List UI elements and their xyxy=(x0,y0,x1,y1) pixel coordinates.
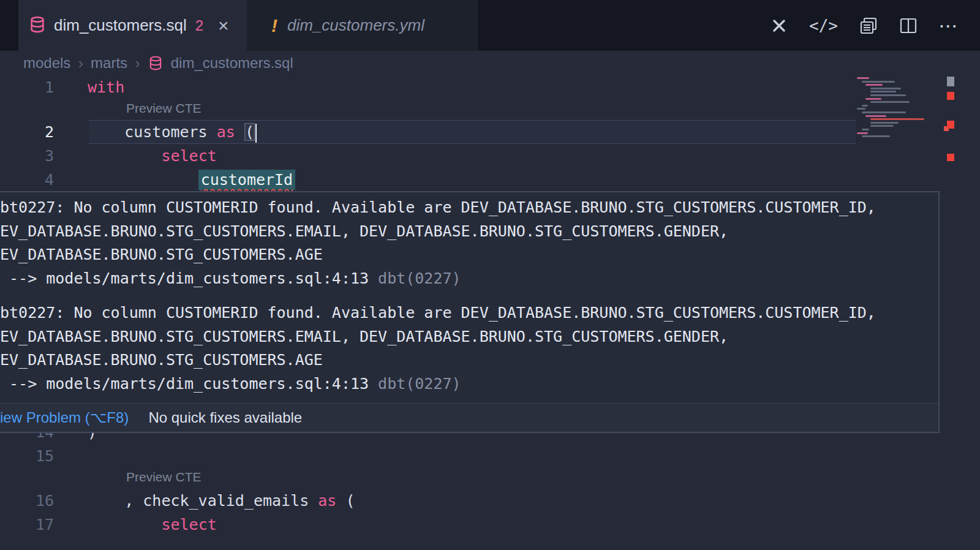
breadcrumb-models[interactable]: models xyxy=(23,55,70,72)
codelens-row[interactable]: Preview CTE xyxy=(0,99,980,120)
line-number: 1 xyxy=(0,75,54,99)
code-token: ( xyxy=(336,492,355,510)
minimap-line xyxy=(870,88,901,89)
keyword-token: with xyxy=(88,78,124,96)
code-line-2[interactable]: 2 customers as ( xyxy=(0,120,980,144)
keyword-token: select xyxy=(161,147,216,165)
more-actions-icon[interactable]: ⋯ xyxy=(938,14,958,37)
code-line-3[interactable]: 3 select xyxy=(0,144,980,168)
code-text: customerId xyxy=(88,168,295,192)
editor-actions: </> ⋯ xyxy=(770,0,958,51)
minimap-line xyxy=(870,94,906,96)
inline-code-icon[interactable]: </> xyxy=(809,17,838,35)
overview-ruler-mark xyxy=(947,121,954,129)
hover-status-bar: iew Problem (⌥F8) No quick fixes availab… xyxy=(0,403,938,432)
minimap-line xyxy=(865,84,883,86)
diagnostic-line: EV_DATABASE.BRUNO.STG_CUSTOMERS.EMAIL, D… xyxy=(0,325,938,349)
minimap-line xyxy=(862,129,869,130)
diagnostic-source: dbt(0227) xyxy=(369,269,461,287)
diagnostic-message: bt0227: No column CUSTOMERID found. Avai… xyxy=(0,196,938,290)
diagnostic-location: --> models/marts/dim_customers.sql:4:13 … xyxy=(0,267,938,291)
tab-label: dim_customers.sql xyxy=(54,16,187,35)
editor-lines-top: 1withPreview CTE2 customers as (3 select… xyxy=(0,75,980,192)
close-tab-icon[interactable]: × xyxy=(218,17,229,35)
line-number: 2 xyxy=(0,120,54,144)
code-token: , check_valid_emails xyxy=(88,492,318,510)
breadcrumb: models › marts › dim_customers.sql xyxy=(0,51,980,75)
diagnostic-location: --> models/marts/dim_customers.sql:4:13 … xyxy=(0,372,938,396)
codelens-preview-cte[interactable]: Preview CTE xyxy=(126,101,202,116)
database-icon xyxy=(148,55,164,71)
editor-lines-bottom: 14)15Preview CTE16 , check_valid_emails … xyxy=(0,420,980,537)
minimap-line xyxy=(862,111,906,113)
breadcrumb-marts[interactable]: marts xyxy=(91,55,127,72)
text-cursor xyxy=(255,124,257,143)
code-line-1[interactable]: 1with xyxy=(0,75,980,99)
minimap-line xyxy=(865,115,886,117)
minimap-line xyxy=(857,108,865,110)
overview-ruler[interactable] xyxy=(947,75,954,550)
codelens-row[interactable]: Preview CTE xyxy=(0,468,980,489)
code-text: , check_valid_emails as ( xyxy=(88,489,355,513)
minimap-line xyxy=(857,132,868,134)
tab-problem-badge: 2 xyxy=(195,17,203,34)
minimap-line xyxy=(870,118,924,120)
breadcrumb-file[interactable]: dim_customers.sql xyxy=(171,55,293,72)
overview-ruler-mark xyxy=(947,92,954,100)
minimap-line xyxy=(865,98,881,100)
minimap-line xyxy=(870,125,894,127)
diagnostic-line: EV_DATABASE.BRUNO.STG_CUSTOMERS.AGE xyxy=(0,243,938,267)
diagnostics-hover: bt0227: No column CUSTOMERID found. Avai… xyxy=(0,191,940,433)
code-token xyxy=(88,171,198,189)
line-number: 4 xyxy=(0,168,54,192)
tab-dim-customers-yml[interactable]: ! dim_customers.yml xyxy=(247,0,478,51)
code-token xyxy=(88,147,161,165)
diagnostic-message: bt0227: No column CUSTOMERID found. Avai… xyxy=(0,301,938,396)
editor-tab-bar: dim_customers.sql 2 × ! dim_customers.ym… xyxy=(0,0,980,51)
quick-fix-status: No quick fixes available xyxy=(148,409,302,426)
query-results-icon[interactable] xyxy=(859,17,878,35)
code-line-4[interactable]: 4 customerId xyxy=(0,168,980,192)
codelens-preview-cte[interactable]: Preview CTE xyxy=(126,470,202,484)
minimap-line xyxy=(870,101,910,103)
view-problem-link[interactable]: iew Problem (⌥F8) xyxy=(0,409,129,426)
diagnostic-line: EV_DATABASE.BRUNO.STG_CUSTOMERS.AGE xyxy=(0,348,938,372)
diagnostic-line: bt0227: No column CUSTOMERID found. Avai… xyxy=(0,301,938,325)
warning-icon: ! xyxy=(271,15,277,36)
overview-ruler-mark xyxy=(947,77,954,86)
code-text: customers as ( xyxy=(88,120,257,144)
minimap-line xyxy=(870,91,896,92)
code-token xyxy=(235,123,244,141)
code-token: customers xyxy=(88,123,217,141)
tab-label: dim_customers.yml xyxy=(287,16,424,35)
chevron-right-icon: › xyxy=(78,54,83,73)
diagnostics-list: bt0227: No column CUSTOMERID found. Avai… xyxy=(0,192,938,396)
minimap-content xyxy=(856,77,945,137)
line-number: 15 xyxy=(0,444,54,468)
minimap-line xyxy=(857,77,869,79)
chevron-right-icon: › xyxy=(135,54,140,73)
code-line-16[interactable]: 16 , check_valid_emails as ( xyxy=(0,489,980,513)
line-number: 16 xyxy=(0,489,54,513)
code-line-17[interactable]: 17 select xyxy=(0,513,980,537)
keyword-token: select xyxy=(161,516,216,533)
dbt-icon[interactable] xyxy=(770,17,788,35)
code-text: select xyxy=(88,513,217,537)
diagnostic-line: bt0227: No column CUSTOMERID found. Avai… xyxy=(0,196,938,220)
tab-dim-customers-sql[interactable]: dim_customers.sql 2 × xyxy=(18,0,247,51)
code-text: with xyxy=(88,75,124,99)
database-icon xyxy=(28,15,47,36)
diagnostic-source: dbt(0227) xyxy=(369,375,461,393)
code-token: ( xyxy=(244,123,255,141)
diagnostic-line: EV_DATABASE.BRUNO.STG_CUSTOMERS.EMAIL, D… xyxy=(0,220,938,244)
code-token xyxy=(88,516,161,533)
code-text: select xyxy=(88,144,217,168)
minimap-line xyxy=(862,105,868,107)
minimap-line xyxy=(862,135,890,137)
overview-ruler-mark xyxy=(947,154,954,161)
code-line-15[interactable]: 15 xyxy=(0,444,980,468)
minimap[interactable] xyxy=(856,77,945,139)
error-token: customerId xyxy=(198,170,296,190)
split-editor-icon[interactable] xyxy=(899,17,918,34)
minimap-line xyxy=(862,81,895,83)
